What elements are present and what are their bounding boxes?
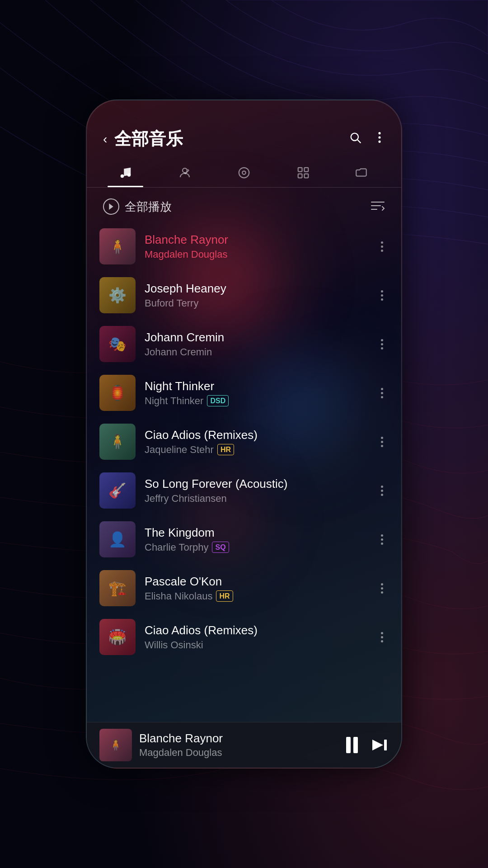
song-title: Johann Cremin [145,330,370,344]
more-icon[interactable] [374,131,385,147]
song-info: Night Thinker Night Thinker DSD [145,379,370,407]
more-button[interactable] [379,290,385,301]
svg-point-2 [378,132,380,134]
list-item[interactable]: ⚙️ Joseph Heaney Buford Terry [87,271,401,320]
more-button[interactable] [379,388,385,398]
album-art: 🧍 [99,424,136,460]
song-artist: Charlie Torphy SQ [145,542,370,553]
music-note-icon [119,166,132,183]
now-playing-bar[interactable]: 🧍 Blanche Raynor Magdalen Douglas [87,722,401,768]
album-art: 🏟️ [99,619,136,655]
album-art: 🏗️ [99,570,136,606]
now-playing-art-image: 🧍 [99,729,132,761]
album-icon [237,166,251,183]
svg-rect-13 [305,174,309,178]
pause-button[interactable] [346,737,358,753]
song-artist: Magdalen Douglas [145,249,370,260]
svg-point-8 [239,168,249,178]
song-artist: Buford Terry [145,297,370,309]
more-button[interactable] [379,339,385,349]
svg-marker-18 [372,740,383,750]
svg-point-6 [127,173,131,177]
song-title: Ciao Adios (Remixes) [145,428,370,442]
album-art: 🎸 [99,472,136,509]
album-art-image: 🧍 [99,424,136,460]
tab-artists[interactable] [155,160,214,187]
quality-badge: SQ [212,542,229,553]
quality-badge: HR [217,444,234,455]
more-button[interactable] [379,241,385,252]
quality-badge: HR [216,590,233,602]
song-title: Joseph Heaney [145,282,370,296]
phone-content: ‹ 全部音乐 [87,100,401,768]
more-button[interactable] [379,583,385,594]
album-art: 🏮 [99,375,136,411]
album-art-image: ⚙️ [99,277,136,313]
grid-icon [296,166,310,183]
song-info: So Long Forever (Acoustic) Jeffry Christ… [145,477,370,505]
album-art-image: 🎸 [99,472,136,509]
back-button[interactable]: ‹ [103,132,107,146]
svg-rect-12 [298,174,302,178]
song-info: Pascale O'Kon Elisha Nikolaus HR [145,575,370,602]
song-artist: Willis Osinski [145,639,370,651]
now-playing-art: 🧍 [99,729,132,761]
song-title: Pascale O'Kon [145,575,370,589]
artist-icon [178,166,192,183]
album-art-image: 🏟️ [99,619,136,655]
list-item[interactable]: 🏗️ Pascale O'Kon Elisha Nikolaus HR [87,564,401,613]
tab-grid[interactable] [274,160,333,187]
svg-rect-11 [305,168,309,172]
svg-point-9 [242,171,246,175]
more-button[interactable] [379,437,385,447]
next-button[interactable] [371,736,389,754]
tab-folders[interactable] [333,160,392,187]
song-info: Ciao Adios (Remixes) Willis Osinski [145,623,370,651]
now-playing-title: Blanche Raynor [139,731,339,745]
list-item[interactable]: 🏟️ Ciao Adios (Remixes) Willis Osinski [87,613,401,661]
search-icon[interactable] [349,131,361,147]
more-button[interactable] [379,632,385,642]
play-circle-icon [103,198,119,215]
list-item[interactable]: 🧍 Blanche Raynor Magdalen Douglas [87,222,401,271]
album-art-image: 🏗️ [99,570,136,606]
svg-rect-19 [384,740,387,750]
nav-tabs [87,160,401,188]
tab-songs[interactable] [96,160,155,187]
song-title: The Kingdom [145,526,370,540]
song-info: Joseph Heaney Buford Terry [145,282,370,309]
artist-name: Charlie Torphy [145,542,208,553]
sort-button[interactable] [371,199,385,214]
artist-name: Night Thinker [145,395,203,407]
tab-albums[interactable] [214,160,273,187]
list-item[interactable]: 🎭 Johann Cremin Johann Cremin [87,320,401,368]
song-info: The Kingdom Charlie Torphy SQ [145,526,370,553]
quality-badge: DSD [207,395,229,406]
background: ‹ 全部音乐 [0,0,488,868]
song-artist: Jaqueline Stehr HR [145,444,370,456]
toolbar: 全部播放 [87,191,401,222]
song-title: Ciao Adios (Remixes) [145,623,370,637]
list-item[interactable]: 🧍 Ciao Adios (Remixes) Jaqueline Stehr H… [87,417,401,466]
list-item[interactable]: 👤 The Kingdom Charlie Torphy SQ [87,515,401,564]
list-item[interactable]: 🎸 So Long Forever (Acoustic) Jeffry Chri… [87,466,401,515]
song-title: Blanche Raynor [145,233,370,247]
play-all-label: 全部播放 [125,199,172,215]
list-item[interactable]: 🏮 Night Thinker Night Thinker DSD [87,368,401,417]
album-art: 🎭 [99,326,136,362]
song-artist: Johann Cremin [145,346,370,358]
play-all-button[interactable]: 全部播放 [103,198,172,215]
artist-name: Jaqueline Stehr [145,444,214,456]
more-button[interactable] [379,534,385,545]
song-title: So Long Forever (Acoustic) [145,477,370,491]
now-playing-info: Blanche Raynor Magdalen Douglas [139,731,339,759]
svg-point-3 [378,136,380,138]
album-art: ⚙️ [99,277,136,313]
album-art-image: 🎭 [99,326,136,362]
svg-marker-14 [109,203,113,210]
song-info: Blanche Raynor Magdalen Douglas [145,233,370,260]
album-art-image: 🏮 [99,375,136,411]
song-title: Night Thinker [145,379,370,393]
header: ‹ 全部音乐 [87,100,401,160]
more-button[interactable] [379,486,385,496]
